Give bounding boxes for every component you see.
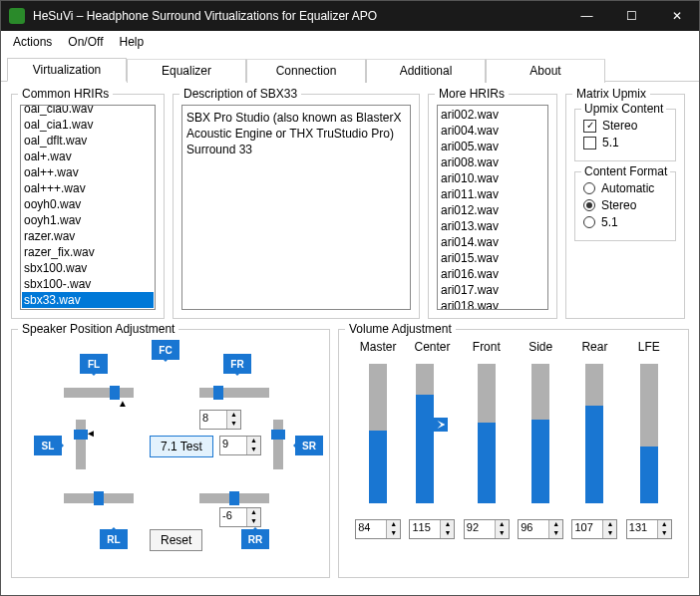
slider-rear-left[interactable]: [64, 493, 134, 503]
group-label: Speaker Position Adjustment: [18, 322, 178, 336]
volume-label: Front: [473, 340, 501, 358]
speaker-fr[interactable]: FR: [223, 354, 251, 374]
menu-help[interactable]: Help: [112, 33, 153, 51]
volume-slider[interactable]: [585, 364, 603, 503]
list-item[interactable]: ari008.wav: [439, 154, 546, 170]
test-button[interactable]: 7.1 Test: [150, 436, 213, 457]
group-more-hrirs: More HRIRs ari002.wavari004.wavari005.wa…: [428, 94, 557, 319]
checkbox-label: Stereo: [602, 119, 637, 133]
tab-additional[interactable]: Additional: [366, 59, 486, 83]
speaker-sl[interactable]: SL: [34, 436, 62, 455]
speaker-fc[interactable]: FC: [152, 340, 179, 360]
volume-column-master: Master84▲▼: [354, 340, 402, 539]
volume-slider[interactable]: [369, 364, 387, 503]
volume-spinbox[interactable]: 107▲▼: [571, 519, 617, 539]
slider-front-right[interactable]: [199, 388, 269, 398]
list-item[interactable]: sbx100-.wav: [22, 276, 154, 292]
checkbox-stereo[interactable]: ✓Stereo: [583, 119, 667, 133]
tab-about[interactable]: About: [486, 59, 605, 83]
list-item[interactable]: sbx33.wav: [22, 292, 154, 308]
tab-virtualization[interactable]: Virtualization: [7, 58, 127, 82]
list-item[interactable]: oal++.wav: [22, 164, 154, 180]
list-item[interactable]: ari010.wav: [439, 170, 546, 186]
radio-label: Automatic: [601, 181, 654, 195]
list-item[interactable]: ari004.wav: [439, 123, 546, 139]
list-item[interactable]: ooyh0.wav: [22, 196, 154, 212]
volume-column-side: Side96▲▼: [517, 340, 564, 539]
drag-handle-icon[interactable]: [434, 418, 448, 432]
spin-side[interactable]: 9▲▼: [219, 436, 261, 455]
volume-slider[interactable]: [531, 364, 549, 503]
list-item[interactable]: ari013.wav: [439, 218, 546, 234]
volume-spinbox[interactable]: 96▲▼: [518, 519, 563, 539]
radio-automatic[interactable]: Automatic: [583, 181, 667, 195]
volume-label: Master: [360, 340, 397, 358]
list-item[interactable]: oal_dflt.wav: [22, 133, 154, 149]
volume-slider[interactable]: [478, 364, 496, 503]
window-title: HeSuVi – Headphone Surround Virtualizati…: [33, 9, 564, 23]
reset-button[interactable]: Reset: [150, 529, 202, 551]
titlebar: HeSuVi – Headphone Surround Virtualizati…: [1, 1, 699, 31]
list-item[interactable]: razer.wav: [22, 228, 154, 244]
list-item[interactable]: ari018.wav: [439, 298, 546, 310]
list-item[interactable]: ari012.wav: [439, 202, 546, 218]
slider-rear-right[interactable]: [199, 493, 269, 503]
speaker-rr[interactable]: RR: [241, 529, 269, 549]
list-item[interactable]: ari002.wav: [439, 107, 546, 123]
checkbox-5-1[interactable]: 5.1: [583, 136, 667, 149]
speaker-sr[interactable]: SR: [295, 436, 323, 455]
volume-label: LFE: [638, 340, 660, 358]
list-item[interactable]: oal+.wav: [22, 149, 154, 164]
fieldset-label: Upmix Content: [581, 102, 666, 116]
fieldset-upmix-content: Upmix Content ✓Stereo 5.1: [574, 109, 676, 161]
more-hrirs-list[interactable]: ari002.wavari004.wavari005.wavari008.wav…: [437, 105, 548, 310]
group-label: Matrix Upmix: [572, 87, 650, 101]
speaker-fl[interactable]: FL: [80, 354, 108, 374]
group-common-hrirs: Common HRIRs oal_cia0.wavoal_cia1.wavoal…: [11, 94, 165, 319]
list-item[interactable]: ari014.wav: [439, 234, 546, 250]
group-speaker-position: Speaker Position Adjustment FL FC FR ▲ 8…: [11, 329, 330, 578]
list-item[interactable]: oal_cia1.wav: [22, 117, 154, 133]
volume-spinbox[interactable]: 131▲▼: [626, 519, 672, 539]
slider-front-left[interactable]: [64, 388, 134, 398]
fieldset-label: Content Format: [581, 164, 670, 178]
common-hrirs-list[interactable]: oal_cia0.wavoal_cia1.wavoal_dflt.wavoal+…: [20, 105, 156, 310]
app-icon: [9, 8, 25, 24]
list-item[interactable]: ari017.wav: [439, 282, 546, 298]
list-item[interactable]: ari016.wav: [439, 266, 546, 282]
list-item[interactable]: razer_fix.wav: [22, 244, 154, 260]
tab-equalizer[interactable]: Equalizer: [127, 59, 246, 83]
slider-side-right[interactable]: [273, 420, 283, 469]
volume-spinbox[interactable]: 92▲▼: [464, 519, 510, 539]
group-description: Description of SBX33 SBX Pro Studio (als…: [173, 94, 420, 319]
list-item[interactable]: ari015.wav: [439, 250, 546, 266]
list-item[interactable]: ari005.wav: [439, 139, 546, 154]
menu-actions[interactable]: Actions: [5, 33, 60, 51]
list-item[interactable]: ari011.wav: [439, 186, 546, 202]
volume-slider[interactable]: [416, 364, 434, 503]
maximize-button[interactable]: ☐: [609, 1, 654, 31]
tab-connection[interactable]: Connection: [246, 59, 366, 83]
close-button[interactable]: ✕: [654, 1, 699, 31]
spin-front[interactable]: 8▲▼: [199, 410, 241, 430]
list-item[interactable]: sbx100.wav: [22, 260, 154, 276]
volume-label: Side: [528, 340, 552, 358]
volume-spinbox[interactable]: 84▲▼: [355, 519, 401, 539]
radio-5-1[interactable]: 5.1: [583, 215, 667, 229]
volume-slider[interactable]: [640, 364, 658, 503]
group-label: Common HRIRs: [18, 87, 113, 101]
volume-column-rear: Rear107▲▼: [570, 340, 618, 539]
menu-onoff[interactable]: On/Off: [60, 33, 111, 51]
radio-label: Stereo: [601, 198, 636, 212]
list-item[interactable]: oal+++.wav: [22, 180, 154, 196]
fieldset-content-format: Content Format Automatic Stereo 5.1: [574, 171, 676, 241]
minimize-button[interactable]: —: [564, 1, 609, 31]
radio-stereo[interactable]: Stereo: [583, 198, 667, 212]
list-item[interactable]: ooyh1.wav: [22, 212, 154, 228]
slider-side-left[interactable]: [76, 420, 86, 469]
volume-spinbox[interactable]: 115▲▼: [409, 519, 455, 539]
volume-column-lfe: LFE131▲▼: [625, 340, 673, 539]
list-item[interactable]: oal_cia0.wav: [22, 105, 154, 117]
speaker-rl[interactable]: RL: [100, 529, 128, 549]
volume-label: Rear: [581, 340, 607, 358]
